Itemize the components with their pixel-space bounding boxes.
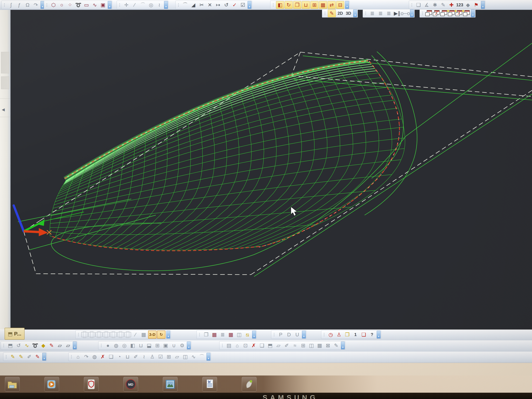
pencil-op-icon[interactable]: ✎ <box>332 342 340 349</box>
spline-arrow-icon[interactable]: ↷ <box>32 1 40 9</box>
tp-edit-2-icon[interactable]: ✎ <box>17 353 25 360</box>
freeform-curve-icon[interactable]: ∫ <box>7 1 15 9</box>
project-icon[interactable]: ⊞ <box>310 1 318 9</box>
function-curve-icon[interactable]: ƒ <box>15 1 23 9</box>
toolbar-dropdown-button[interactable]: ▾ <box>42 353 46 361</box>
omega-curve-icon[interactable]: Ω <box>24 1 32 9</box>
lathe-icon[interactable]: ⌂ <box>233 342 241 349</box>
undo-icon[interactable]: ↺ <box>222 1 230 9</box>
ok-check-icon[interactable]: ✓ <box>231 1 238 9</box>
nesting-icon[interactable]: ⊟ <box>336 1 344 9</box>
grid-red-2-icon[interactable]: ▦ <box>227 331 235 338</box>
primitive-icon[interactable]: ▣ <box>162 342 170 349</box>
diamond-yellow-icon[interactable]: ◆ <box>39 342 47 349</box>
curve-yellow-icon[interactable]: ∿ <box>23 342 31 349</box>
rectangle-icon[interactable]: ▣ <box>99 1 107 9</box>
wave-icon[interactable]: ≈ <box>291 342 299 349</box>
tp-edit-3-icon[interactable]: ✐ <box>25 353 33 360</box>
screen-copy-icon[interactable]: ❏ <box>415 1 422 9</box>
spline-icon[interactable]: ∿ <box>91 1 99 9</box>
plane-front-icon[interactable] <box>89 332 95 337</box>
graphics-viewport[interactable] <box>10 10 532 329</box>
doc-star-2-icon[interactable]: ✦ <box>463 10 470 17</box>
toolbar-handle-icon[interactable]: ⋮ <box>364 11 367 15</box>
toolbar-dropdown-button[interactable]: ▾ <box>302 331 306 338</box>
toolbar-handle-icon[interactable]: ⋮ <box>118 3 122 7</box>
dynamic-rotate-icon[interactable]: ↻ <box>157 330 165 339</box>
array-op-icon[interactable]: ▦ <box>316 342 323 349</box>
tp-b-icon[interactable]: ↷ <box>82 353 90 360</box>
toolbar-handle-icon[interactable]: ⋮ <box>272 333 276 336</box>
tp-l-icon[interactable]: ⊞ <box>165 353 173 360</box>
slot-icon[interactable]: ▭ <box>83 1 90 9</box>
toolbar-handle-icon[interactable]: ⋮ <box>45 3 49 7</box>
gview-hand-1-icon[interactable]: ≣ <box>368 10 376 17</box>
post-one-icon[interactable]: 1 <box>352 331 359 338</box>
tp-o-icon[interactable]: ∿ <box>190 353 197 360</box>
clipboard-red-icon[interactable]: ❏ <box>360 331 367 338</box>
toolbar-dropdown-button[interactable]: ▾ <box>353 9 357 17</box>
operator-red-icon[interactable]: ♙ <box>335 331 343 338</box>
chain-link-icon[interactable]: o─o <box>401 10 409 17</box>
translate-icon[interactable]: ❐ <box>293 1 301 9</box>
doc-plain-1-icon[interactable] <box>425 10 432 17</box>
toolbar-dropdown-button[interactable]: ▾ <box>187 342 191 349</box>
toolbar-handle-icon[interactable]: ⋮ <box>99 343 103 348</box>
delete-x-icon[interactable]: ✗ <box>250 342 258 349</box>
file-manager-icon[interactable] <box>5 377 20 392</box>
rectangular-array-icon[interactable]: ▦ <box>319 1 327 9</box>
router-icon[interactable]: ⊡ <box>242 342 249 349</box>
delete-plus-icon[interactable]: ✚ <box>448 1 455 9</box>
tp-h-icon[interactable]: ✐ <box>132 353 140 360</box>
line-icon[interactable]: ∕ <box>131 1 139 9</box>
wrench-icon[interactable]: ⚙ <box>178 342 186 349</box>
apply-check-icon[interactable]: ☑ <box>239 1 247 9</box>
bolt-circle-icon[interactable]: ⁘ <box>66 1 74 9</box>
plane-top-icon[interactable] <box>81 332 88 337</box>
mode-2d-label[interactable]: 2D <box>336 10 344 17</box>
fillet-icon[interactable]: ⌒ <box>181 1 189 9</box>
toolbar-dropdown-button[interactable]: ▾ <box>108 1 112 9</box>
regen-icon[interactable]: ↺ <box>15 342 22 349</box>
fixture-icon[interactable]: ▱ <box>275 342 282 349</box>
grab-flag-icon[interactable]: ⚑ <box>472 1 480 9</box>
operations-panel-collapsed[interactable]: ◀ <box>0 10 11 329</box>
trapezoid-nodes-icon[interactable]: ▱ <box>56 342 64 349</box>
windows-taskbar[interactable]: MDW <box>0 375 532 393</box>
u-strike-icon[interactable]: U <box>293 331 301 338</box>
tp-a-icon[interactable]: ⌂ <box>74 353 82 360</box>
panel-split-icon[interactable]: ◫ <box>235 331 243 338</box>
circle-center-icon[interactable]: ◎ <box>147 1 155 9</box>
toolbar-dropdown-button[interactable]: ▾ <box>166 331 170 338</box>
tangent-line-icon[interactable]: ≀ <box>155 1 163 9</box>
tp-n-icon[interactable]: ◫ <box>181 353 189 360</box>
toolbar-handle-icon[interactable]: ⋮ <box>177 3 180 7</box>
toolbar-dropdown-button[interactable]: ▾ <box>481 1 485 9</box>
grid-red-icon[interactable]: ▦ <box>210 331 218 338</box>
toolbar-dropdown-button[interactable]: ▾ <box>471 9 475 17</box>
autocursor-icon[interactable]: ✎ <box>328 9 336 17</box>
arc-icon[interactable]: ⌒ <box>139 1 147 9</box>
spiral-icon[interactable]: ➰ <box>74 1 82 9</box>
open-sheet-icon[interactable]: ❐ <box>202 331 210 338</box>
plane-left-icon[interactable] <box>117 332 124 337</box>
edit-path-icon[interactable]: ✐ <box>283 342 291 349</box>
toolbar-handle-icon[interactable]: ⋮ <box>323 11 327 15</box>
run-pause-icon[interactable]: ▶∥ <box>393 10 401 17</box>
tp-c-icon[interactable]: ◍ <box>91 353 98 360</box>
loft-icon[interactable]: ∪ <box>170 342 178 349</box>
swirl-yellow-icon[interactable]: ➰ <box>31 342 39 349</box>
gview-hand-2-icon[interactable]: ≣ <box>377 10 384 17</box>
toolbar-dropdown-button[interactable]: ▾ <box>345 1 349 9</box>
plane-iso-icon[interactable] <box>124 332 131 337</box>
toolbar-dropdown-button[interactable]: ▾ <box>73 342 77 349</box>
plane-right-icon[interactable] <box>110 332 117 337</box>
tp-j-icon[interactable]: ♙ <box>148 353 156 360</box>
toolbar-dropdown-button[interactable]: ▾ <box>377 331 380 338</box>
toolbar-handle-icon[interactable]: ⋮ <box>2 343 6 348</box>
mill-icon[interactable]: ▤ <box>225 342 233 349</box>
pencil-red-icon[interactable]: ✎ <box>48 342 56 349</box>
toolbar-dropdown-button[interactable]: ▾ <box>341 342 345 349</box>
toolbar-dropdown-button[interactable]: ▾ <box>247 1 251 9</box>
clock-red-icon[interactable]: ◷ <box>327 331 335 338</box>
